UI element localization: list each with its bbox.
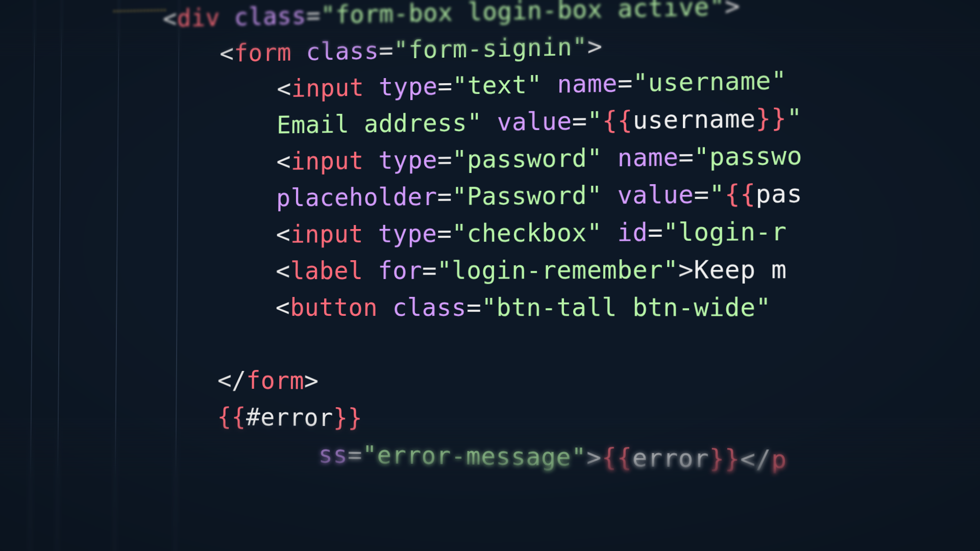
- token-punc: <: [276, 256, 290, 285]
- token-tmpl_open: {{: [602, 106, 633, 135]
- token-str: "text": [452, 70, 542, 100]
- token-text: [364, 146, 379, 174]
- token-attr: type: [379, 71, 438, 101]
- token-str: "error-message": [362, 440, 586, 472]
- token-attr: name: [618, 142, 679, 172]
- token-text: [771, 292, 787, 322]
- token-tmpl_open: {{: [217, 402, 246, 431]
- token-str: "form-signin": [394, 32, 587, 64]
- code-content[interactable]: <div class="form-box login-box active"> …: [17, 0, 802, 479]
- token-attr: type: [378, 219, 437, 248]
- token-punc: =: [678, 142, 694, 171]
- token-str: "btn-tall btn-wide": [481, 292, 771, 322]
- token-punc: =: [437, 71, 452, 101]
- token-attr: value: [617, 180, 694, 209]
- token-tmpl_open: {{: [602, 442, 632, 472]
- token-tmpl_var: #error: [246, 403, 333, 432]
- indent: [106, 39, 220, 69]
- token-attr: placeholder: [276, 182, 437, 212]
- token-attr: for: [378, 256, 422, 285]
- token-str: "login-remember": [437, 255, 678, 285]
- indent: [104, 365, 218, 394]
- token-attr: class: [234, 1, 307, 31]
- token-punc: =: [437, 219, 452, 247]
- token-tag: div: [177, 3, 220, 32]
- token-punc: >: [725, 0, 740, 21]
- token-str: "Password": [452, 181, 602, 211]
- token-str: "passwo: [694, 141, 802, 171]
- token-str: "form-box login-box active": [321, 0, 725, 29]
- token-str: ": [787, 103, 802, 133]
- token-punc: =: [437, 182, 452, 210]
- token-tag: label: [290, 256, 363, 285]
- token-attr: ss: [275, 439, 348, 469]
- token-str: "login-r: [663, 217, 787, 247]
- code-line[interactable]: placeholder="Password" value="{{pas: [19, 174, 802, 218]
- token-text: [602, 143, 618, 172]
- token-attr: type: [378, 145, 437, 174]
- token-punc: =: [467, 293, 481, 322]
- token-punc: <: [163, 4, 177, 32]
- token-tag: p: [771, 444, 787, 474]
- token-punc: =: [648, 217, 663, 246]
- token-punc: >: [678, 255, 694, 284]
- token-punc: =: [379, 36, 394, 64]
- token-punc: <: [276, 220, 291, 248]
- token-attr: class: [306, 36, 379, 66]
- token-punc: >: [304, 366, 319, 395]
- token-attr: id: [617, 217, 648, 246]
- token-punc: >: [587, 32, 603, 61]
- token-tag: button: [290, 293, 378, 321]
- indent: [105, 220, 276, 249]
- token-tag: form: [246, 366, 304, 394]
- indent: [104, 257, 276, 285]
- token-text: [602, 218, 618, 247]
- token-punc: </: [217, 366, 247, 394]
- indent: [105, 147, 277, 177]
- token-tmpl_close: }}: [709, 444, 740, 473]
- indent: [103, 438, 275, 468]
- token-attr: class: [393, 293, 467, 321]
- token-tag: input: [291, 146, 364, 175]
- token-tmpl_close: }}: [333, 403, 363, 432]
- token-tmpl_open: {{: [725, 179, 756, 209]
- token-tmpl_var: error: [632, 443, 709, 473]
- indent: [103, 402, 217, 431]
- token-text: [787, 65, 802, 95]
- token-text: [602, 180, 618, 209]
- token-punc: =: [437, 145, 452, 174]
- indent: [106, 5, 163, 34]
- token-text: [291, 37, 306, 66]
- token-tmpl_var: pas: [755, 179, 802, 208]
- indent: [105, 184, 276, 213]
- token-punc: <: [219, 39, 234, 67]
- token-tag: input: [290, 219, 363, 248]
- token-str: ": [709, 180, 725, 209]
- token-text: [482, 108, 497, 137]
- token-punc: >: [586, 442, 602, 472]
- token-attr: value: [497, 106, 572, 136]
- token-text: [220, 3, 234, 31]
- token-punc: =: [306, 1, 321, 30]
- token-text: [364, 72, 379, 101]
- code-line[interactable]: ss="error-message">{{error}}</p: [17, 433, 802, 479]
- indent: [106, 111, 277, 141]
- token-punc: =: [694, 180, 709, 209]
- code-line[interactable]: <label for="login-remember">Keep m: [18, 250, 802, 289]
- token-tag: input: [291, 73, 364, 103]
- token-punc: <: [276, 293, 290, 321]
- code-line[interactable]: <input type="checkbox" id="login-r: [19, 212, 802, 254]
- token-str: "password": [452, 143, 602, 174]
- indent: [106, 74, 277, 106]
- token-text: Keep m: [694, 255, 787, 284]
- token-tmpl_var: username: [633, 104, 756, 134]
- token-str: "checkbox": [452, 218, 602, 247]
- token-text: [542, 69, 557, 98]
- token-str: ": [587, 106, 602, 135]
- token-punc: <: [276, 147, 291, 176]
- code-line[interactable]: <button class="btn-tall btn-wide": [18, 288, 803, 326]
- indent: [104, 293, 276, 321]
- code-line[interactable]: </form>: [17, 361, 802, 402]
- token-punc: =: [572, 106, 587, 135]
- code-line[interactable]: [18, 325, 802, 364]
